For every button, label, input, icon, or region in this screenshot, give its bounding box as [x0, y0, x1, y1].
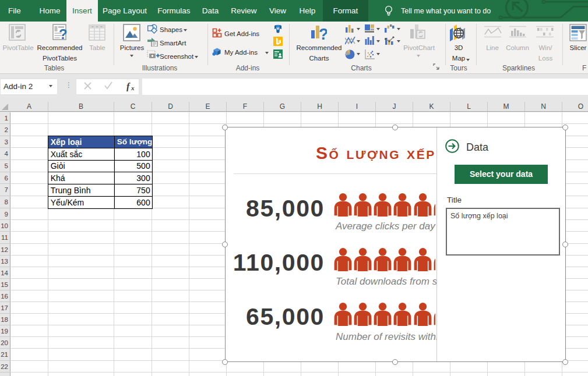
svg-text:?: ? — [319, 26, 327, 43]
svg-text:?: ? — [59, 26, 68, 41]
svg-text:f: f — [126, 81, 131, 92]
svg-text:x: x — [131, 84, 135, 91]
